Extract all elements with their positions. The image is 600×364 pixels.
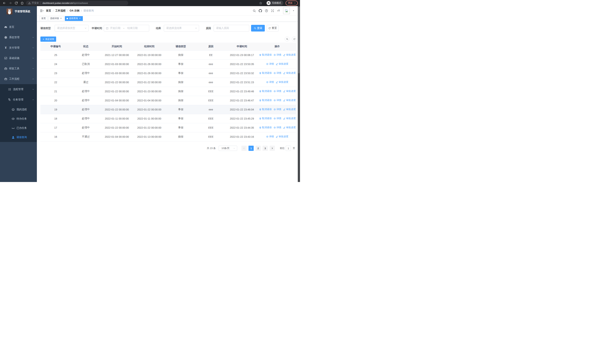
detail-link[interactable]: 详情 <box>266 135 274 138</box>
address-bar[interactable]: 不安全 dashboard.yudao.iocoder.cn/bpm/oa/le… <box>26 1 128 5</box>
table-search-button[interactable] <box>285 37 290 42</box>
sidebar-item-system[interactable]: 系统管理 <box>0 32 37 43</box>
cell-applied: 2022-01-22 23:53:35 <box>226 59 258 69</box>
table-refresh-button[interactable] <box>292 37 297 42</box>
breadcrumb-item[interactable]: 首页 <box>46 9 51 12</box>
tab-首页[interactable]: 首页 <box>40 16 47 21</box>
cancel-leave-link[interactable]: 取消请假 <box>259 71 272 75</box>
hamburger-icon[interactable] <box>40 9 44 13</box>
detail-link[interactable]: 详情 <box>273 90 281 93</box>
bookmark-star-icon[interactable] <box>259 1 262 5</box>
approval-progress-link[interactable]: 审批进度 <box>283 126 296 129</box>
approval-progress-link[interactable]: 审批进度 <box>276 62 288 65</box>
scrollbar-thumb[interactable] <box>298 7 300 73</box>
sidebar-item-payment[interactable]: ¥支付管理 <box>0 43 37 53</box>
detail-link[interactable]: 详情 <box>266 62 274 65</box>
detail-link[interactable]: 详情 <box>273 117 281 120</box>
approval-progress-link[interactable]: 审批进度 <box>283 53 296 56</box>
detail-link[interactable]: 详情 <box>273 71 281 75</box>
detail-link[interactable]: 详情 <box>273 53 281 56</box>
reason-placeholder: 请输入原因 <box>216 27 229 30</box>
sidebar-item-home[interactable]: 首页 <box>0 22 37 32</box>
table-row: 23处理中2022-01-03 00:00:002022-01-26 00:00… <box>40 69 296 78</box>
cancel-leave-link[interactable]: 取消请假 <box>259 99 272 102</box>
browser-home-icon[interactable] <box>20 1 24 5</box>
cell-actions: 取消请假详情审批进度 <box>258 87 296 96</box>
detail-link[interactable]: 详情 <box>273 99 281 102</box>
table-row: 21处理中2022-01-22 00:00:002022-01-23 00:00… <box>40 87 296 96</box>
apply-time-range-picker[interactable]: 开始日期 - 结束日期 <box>104 25 149 31</box>
page-size-select[interactable]: 10条/页 <box>219 146 237 151</box>
cancel-leave-link[interactable]: 取消请假 <box>259 126 272 129</box>
user-avatar[interactable] <box>283 7 290 14</box>
sidebar-item-todo-task[interactable]: 待办任务 <box>0 114 37 123</box>
cell-reason: EEE <box>196 96 226 105</box>
action-label: 详情 <box>276 99 281 102</box>
svg-text:T: T <box>278 9 280 12</box>
app-logo[interactable]: 芋道管理系统 <box>0 6 37 17</box>
sidebar-item-my-process[interactable]: 我的流程 <box>0 105 37 114</box>
github-icon[interactable] <box>259 9 262 12</box>
detail-link[interactable]: 详情 <box>273 108 281 111</box>
prev-page-button[interactable] <box>242 146 247 151</box>
cancel-leave-link[interactable]: 取消请假 <box>259 90 272 93</box>
browser-update-menu[interactable]: 更新 <box>286 0 298 6</box>
approval-progress-link[interactable]: 审批进度 <box>283 90 296 93</box>
tab-流程详情[interactable]: 流程详情× <box>48 16 64 21</box>
action-label: 审批进度 <box>286 108 296 111</box>
breadcrumb-item[interactable]: 工作流程 <box>55 9 66 12</box>
breadcrumb-item[interactable]: OA 示例 <box>70 9 79 12</box>
chevron-down-icon <box>32 57 34 59</box>
next-page-button[interactable] <box>270 146 275 151</box>
fullscreen-icon[interactable] <box>271 9 274 12</box>
column-header: 原因 <box>196 43 226 50</box>
goto-page-input[interactable] <box>286 146 291 151</box>
approval-progress-link[interactable]: 审批进度 <box>276 80 288 84</box>
detail-link[interactable]: 详情 <box>266 80 274 84</box>
sidebar-item-process-mgmt[interactable]: 流程管理 <box>0 84 37 94</box>
page-button-2[interactable]: 2 <box>255 146 261 151</box>
approval-progress-link[interactable]: 审批进度 <box>283 71 296 75</box>
action-label: 取消请假 <box>262 53 272 56</box>
page-button-1[interactable]: 1 <box>248 146 254 151</box>
search-icon[interactable] <box>253 9 256 12</box>
approval-progress-link[interactable]: 审批进度 <box>283 108 296 111</box>
tab-请假查询[interactable]: 请假查询× <box>65 16 83 21</box>
result-select[interactable]: 请选择流结果 <box>164 25 199 31</box>
sidebar-item-task-mgmt[interactable]: 任务管理 <box>0 94 37 105</box>
font-size-icon[interactable]: TT <box>277 9 280 12</box>
browser-forward-icon[interactable] <box>9 1 12 5</box>
page-button-3[interactable]: 3 <box>262 146 268 151</box>
cell-actions: 详情审批进度 <box>258 132 296 141</box>
tab-close-icon[interactable]: × <box>79 17 81 20</box>
sidebar-item-devtools[interactable]: 研发工具 <box>0 63 37 74</box>
cancel-leave-link[interactable]: 取消请假 <box>259 108 272 111</box>
cell-actions: 取消请假详情审批进度 <box>258 105 296 114</box>
browser-reload-icon[interactable] <box>14 1 18 5</box>
sidebar-item-done-task[interactable]: 已办任务 <box>0 123 37 133</box>
search-icon <box>254 27 256 29</box>
page-scrollbar[interactable] <box>298 6 300 182</box>
sidebar-item-workflow[interactable]: 工作流程 <box>0 74 37 84</box>
avatar-caret-icon[interactable] <box>293 10 294 12</box>
sidebar-item-infra[interactable]: 基础设施 <box>0 53 37 63</box>
detail-link[interactable]: 详情 <box>273 126 281 129</box>
approval-progress-link[interactable]: 审批进度 <box>283 99 296 102</box>
tab-close-icon[interactable]: × <box>60 17 62 20</box>
leave-type-select[interactable]: 请选择请假类型 <box>55 25 89 31</box>
help-icon[interactable] <box>265 9 268 12</box>
cell-reason: EEE <box>196 87 226 96</box>
search-button[interactable]: 搜索 <box>251 25 265 31</box>
approval-progress-link[interactable]: 审批进度 <box>283 117 296 120</box>
cell-start: 2022-01-04 00:00:00 <box>101 96 133 105</box>
cancel-leave-link[interactable]: 取消请假 <box>259 117 272 120</box>
browser-back-icon[interactable] <box>3 1 6 5</box>
reason-input[interactable]: 请输入原因 <box>214 25 249 31</box>
reset-button[interactable]: 重置 <box>267 25 279 31</box>
cancel-leave-link[interactable]: 取消请假 <box>259 53 272 56</box>
url-path: /bpm/oa/leave <box>73 2 88 4</box>
create-leave-button[interactable]: 发起请假 <box>40 37 56 42</box>
approval-progress-link[interactable]: 审批进度 <box>276 135 288 138</box>
apply-time-label: 申请时间 <box>92 25 102 31</box>
sidebar-item-leave-query[interactable]: 请假查询 <box>0 133 37 142</box>
